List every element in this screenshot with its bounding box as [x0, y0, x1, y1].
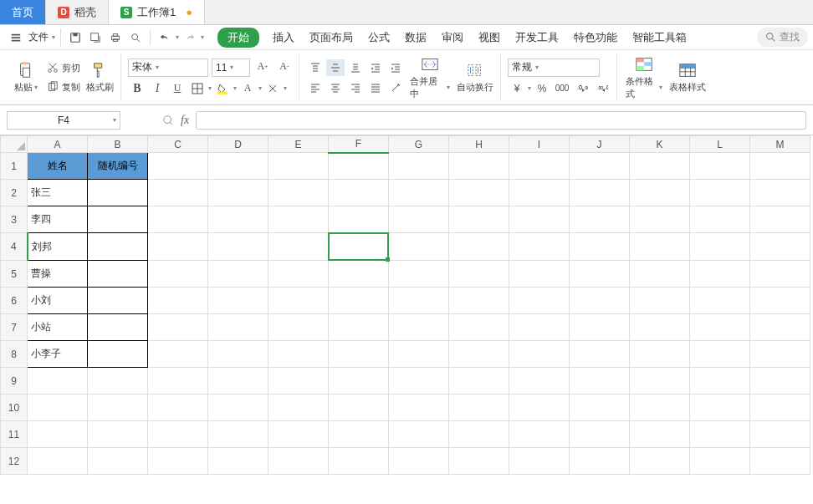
clear-dropdown[interactable]: ▾ [284, 84, 287, 92]
border-button[interactable] [188, 80, 207, 97]
ribbon-tab-insert[interactable]: 插入 [271, 28, 296, 48]
row-header-3[interactable]: 3 [1, 206, 28, 233]
font-color-button[interactable]: A [238, 80, 257, 97]
cell-L4[interactable] [690, 233, 750, 261]
cell-B11[interactable] [88, 421, 148, 448]
cell-M4[interactable] [750, 233, 810, 261]
ribbon-tab-data[interactable]: 数据 [403, 28, 428, 48]
row-header-2[interactable]: 2 [1, 180, 28, 206]
cell-I5[interactable] [509, 261, 570, 288]
redo-dropdown-icon[interactable]: ▾ [201, 33, 204, 41]
cell-K6[interactable] [630, 288, 690, 314]
cell-F11[interactable] [329, 421, 389, 448]
increase-font-button[interactable]: A+ [253, 59, 272, 75]
row-header-11[interactable]: 11 [1, 421, 28, 448]
sheet-grid[interactable]: ABCDEFGHIJKLM1姓名随机编号2张三3李四4刘邦5曹操6小刘7小站8小… [0, 135, 813, 475]
cell-E2[interactable] [268, 180, 329, 206]
cell-E3[interactable] [268, 206, 329, 233]
cell-F4[interactable] [329, 233, 388, 260]
file-menu[interactable]: 文件 ▾ [5, 28, 61, 47]
conditional-format-button[interactable]: 条件格式▾ [624, 53, 664, 102]
row-header-6[interactable]: 6 [1, 288, 28, 314]
cell-F3[interactable] [329, 206, 389, 233]
cell-L11[interactable] [690, 421, 750, 448]
cell-D12[interactable] [208, 448, 268, 475]
cell-E6[interactable] [268, 288, 329, 314]
clear-format-button[interactable] [263, 80, 282, 97]
cell-I2[interactable] [509, 180, 570, 206]
ribbon-tab-features[interactable]: 特色功能 [572, 28, 619, 48]
percent-button[interactable]: % [533, 80, 551, 97]
cell-K7[interactable] [630, 314, 690, 341]
cell-B2[interactable] [88, 180, 148, 206]
ribbon-tab-start[interactable]: 开始 [217, 28, 259, 48]
cell-G4[interactable] [389, 233, 449, 261]
cell-K3[interactable] [630, 206, 690, 233]
bold-button[interactable]: B [128, 80, 146, 97]
cell-E4[interactable] [268, 233, 329, 261]
cell-J4[interactable] [570, 233, 630, 261]
cell-F6[interactable] [329, 288, 389, 314]
tab-daohe[interactable]: D 稻壳 [46, 0, 109, 24]
cell-F10[interactable] [329, 395, 389, 421]
cell-I9[interactable] [509, 368, 570, 395]
cell-G11[interactable] [389, 421, 449, 448]
cell-I7[interactable] [509, 314, 570, 341]
cell-C8[interactable] [148, 341, 208, 368]
cell-M2[interactable] [750, 180, 810, 206]
row-header-5[interactable]: 5 [1, 261, 28, 288]
cell-E8[interactable] [268, 341, 329, 368]
cell-J1[interactable] [570, 153, 630, 180]
cell-M7[interactable] [750, 314, 810, 341]
cell-I10[interactable] [509, 395, 570, 421]
cell-G7[interactable] [389, 314, 449, 341]
cell-I1[interactable] [509, 153, 570, 180]
col-header-H[interactable]: H [449, 136, 509, 153]
cell-J7[interactable] [570, 314, 630, 341]
cell-M1[interactable] [750, 153, 810, 180]
cell-D4[interactable] [208, 233, 268, 261]
border-dropdown[interactable]: ▾ [208, 84, 212, 92]
cell-H9[interactable] [449, 368, 509, 395]
cancel-fx-icon[interactable] [162, 115, 174, 126]
cell-K12[interactable] [630, 448, 690, 475]
print-icon[interactable] [106, 28, 125, 47]
cell-C2[interactable] [148, 180, 208, 206]
ribbon-tab-toolbox[interactable]: 智能工具箱 [631, 28, 688, 48]
cell-I8[interactable] [509, 341, 570, 368]
cell-I3[interactable] [509, 206, 570, 233]
fill-color-button[interactable] [213, 80, 232, 97]
cell-M3[interactable] [750, 206, 810, 233]
cell-A6[interactable]: 小刘 [28, 288, 88, 314]
cell-G10[interactable] [389, 395, 449, 421]
fx-icon[interactable]: fx [181, 114, 189, 127]
col-header-J[interactable]: J [570, 136, 630, 153]
align-right-button[interactable] [346, 79, 365, 96]
cell-F12[interactable] [329, 448, 389, 475]
underline-button[interactable]: U [168, 80, 187, 97]
cell-E9[interactable] [268, 368, 329, 395]
decrease-indent-button[interactable] [366, 59, 385, 76]
cell-F1[interactable] [329, 153, 389, 180]
cell-C5[interactable] [148, 261, 208, 288]
cell-J2[interactable] [570, 180, 630, 206]
cell-M11[interactable] [750, 421, 810, 448]
align-top-button[interactable] [306, 59, 325, 76]
cell-H11[interactable] [449, 421, 509, 448]
cell-A9[interactable] [28, 368, 88, 395]
row-header-8[interactable]: 8 [1, 341, 28, 368]
cell-E7[interactable] [268, 314, 329, 341]
save-icon[interactable] [66, 28, 84, 47]
undo-icon[interactable] [156, 28, 174, 47]
cell-G8[interactable] [389, 341, 449, 368]
cell-I4[interactable] [509, 233, 570, 261]
cell-B4[interactable] [88, 233, 148, 261]
cell-L8[interactable] [690, 341, 750, 368]
cell-B6[interactable] [88, 288, 148, 314]
cell-K2[interactable] [630, 180, 690, 206]
row-header-10[interactable]: 10 [1, 395, 28, 421]
cell-E1[interactable] [268, 153, 329, 180]
format-painter-button[interactable]: 格式刷 [84, 59, 115, 95]
cut-button[interactable]: 剪切 [47, 59, 80, 76]
col-header-E[interactable]: E [268, 136, 329, 153]
